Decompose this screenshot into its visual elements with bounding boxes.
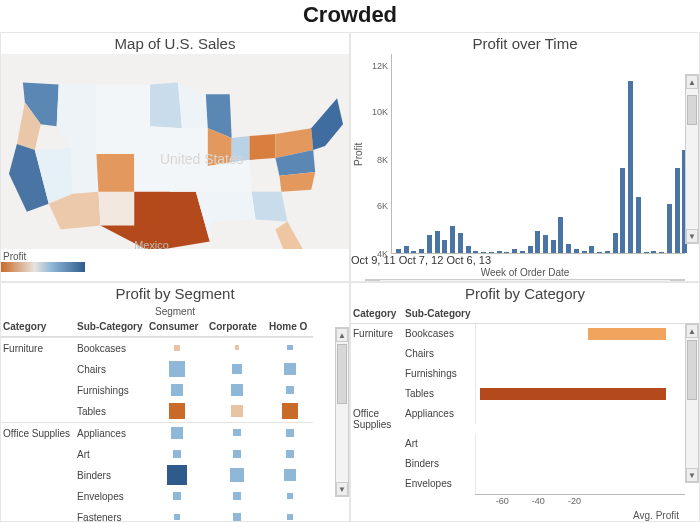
segment-cell[interactable]	[207, 359, 267, 379]
scroll-track[interactable]	[336, 342, 348, 482]
time-bar[interactable]	[589, 246, 594, 253]
time-bar[interactable]	[489, 252, 494, 253]
time-bar[interactable]	[597, 252, 602, 253]
time-bar[interactable]	[404, 246, 409, 253]
category-plot-cell[interactable]	[475, 384, 685, 404]
time-bar[interactable]	[659, 252, 664, 253]
time-bar[interactable]	[628, 81, 633, 253]
category-subcategory-label[interactable]: Tables	[403, 384, 475, 404]
segment-cell[interactable]	[267, 337, 313, 357]
segment-cell[interactable]	[147, 422, 207, 442]
segment-subcategory-label[interactable]: Chairs	[75, 359, 147, 380]
segment-cell[interactable]	[267, 444, 313, 464]
scroll-up-icon[interactable]: ▲	[686, 324, 698, 338]
state-nd-sd[interactable]	[96, 84, 150, 126]
time-bar[interactable]	[613, 233, 618, 253]
time-bar[interactable]	[427, 235, 432, 253]
category-subcategory-label[interactable]: Chairs	[403, 344, 475, 364]
scroll-down-icon[interactable]: ▼	[336, 482, 348, 496]
time-bar[interactable]	[574, 249, 579, 253]
category-plot-cell[interactable]	[475, 434, 685, 454]
category-bar[interactable]	[480, 388, 666, 400]
category-bar[interactable]	[588, 328, 666, 340]
segment-subcategory-label[interactable]: Envelopes	[75, 486, 147, 507]
state-nm[interactable]	[98, 192, 134, 226]
time-bar[interactable]	[667, 204, 672, 253]
segment-cell[interactable]	[267, 486, 313, 506]
segment-cell[interactable]	[147, 465, 207, 485]
segment-cell[interactable]	[267, 380, 313, 400]
time-bar[interactable]	[528, 246, 533, 253]
category-plot-cell[interactable]	[475, 454, 685, 474]
scroll-thumb[interactable]	[687, 340, 697, 400]
state-mn[interactable]	[150, 82, 182, 128]
state-mt[interactable]	[57, 84, 97, 126]
time-bar[interactable]	[543, 235, 548, 253]
segment-cell[interactable]	[147, 507, 207, 522]
state-co[interactable]	[96, 154, 134, 192]
time-bar[interactable]	[481, 252, 486, 253]
segment-cell[interactable]	[207, 422, 267, 442]
segment-cell[interactable]	[147, 337, 207, 357]
scroll-thumb[interactable]	[337, 344, 347, 404]
segment-cell[interactable]	[207, 337, 267, 357]
scroll-track[interactable]	[686, 89, 698, 229]
segment-cell[interactable]	[147, 380, 207, 400]
scroll-down-icon[interactable]: ▼	[686, 468, 698, 482]
map-canvas[interactable]: United States Mexico	[1, 54, 349, 249]
category-subcategory-label[interactable]: Furnishings	[403, 364, 475, 384]
category-subcategory-label[interactable]: Bookcases	[403, 324, 475, 344]
category-grid[interactable]: CategorySub-CategoryFurnitureBookcasesCh…	[351, 304, 699, 510]
time-bar[interactable]	[566, 244, 571, 253]
time-bar[interactable]	[675, 168, 680, 253]
time-bar[interactable]	[535, 231, 540, 253]
segment-cell[interactable]	[207, 507, 267, 522]
time-bar[interactable]	[651, 251, 656, 253]
segment-cell[interactable]	[147, 359, 207, 379]
segment-cell[interactable]	[207, 380, 267, 400]
segment-cell[interactable]	[207, 486, 267, 506]
scroll-up-icon[interactable]: ▲	[336, 328, 348, 342]
state-ne[interactable]	[96, 126, 150, 154]
time-bar[interactable]	[466, 246, 471, 253]
time-bar[interactable]	[450, 226, 455, 253]
time-bar[interactable]	[473, 251, 478, 253]
segment-cell[interactable]	[267, 422, 313, 442]
scroll-down-icon[interactable]: ▼	[686, 229, 698, 243]
category-vscrollbar[interactable]: ▲ ▼	[685, 323, 699, 483]
segment-vscrollbar[interactable]: ▲ ▼	[335, 327, 349, 497]
segment-subcategory-label[interactable]: Appliances	[75, 422, 147, 444]
category-subcategory-label[interactable]: Binders	[403, 454, 475, 474]
category-plot-cell[interactable]	[475, 364, 685, 384]
time-bar[interactable]	[435, 231, 440, 253]
segment-cell[interactable]	[267, 507, 313, 522]
segment-grid[interactable]: CategorySub-CategoryConsumerCorporateHom…	[1, 317, 349, 522]
time-bar[interactable]	[520, 251, 525, 253]
segment-subcategory-label[interactable]: Binders	[75, 465, 147, 486]
category-subcategory-label[interactable]: Art	[403, 434, 475, 454]
time-bar[interactable]	[497, 251, 502, 253]
time-vscrollbar[interactable]: ▲ ▼	[685, 74, 699, 244]
time-chart[interactable]: Profit 12K 10K 8K 6K 4K ▲ ▼	[351, 54, 699, 254]
scroll-thumb[interactable]	[687, 95, 697, 125]
segment-cell[interactable]	[267, 465, 313, 485]
time-bar[interactable]	[504, 252, 509, 253]
time-bar[interactable]	[411, 251, 416, 253]
time-bar[interactable]	[396, 249, 401, 253]
category-plot-cell[interactable]	[475, 474, 685, 494]
time-bar[interactable]	[458, 233, 463, 253]
category-subcategory-label[interactable]: Envelopes	[403, 474, 475, 494]
segment-subcategory-label[interactable]: Furnishings	[75, 380, 147, 401]
category-plot-cell[interactable]	[475, 404, 685, 424]
segment-cell[interactable]	[267, 359, 313, 379]
time-bar[interactable]	[558, 217, 563, 253]
time-bar[interactable]	[419, 249, 424, 253]
state-oh[interactable]	[250, 134, 276, 160]
time-bar[interactable]	[582, 251, 587, 253]
segment-cell[interactable]	[207, 465, 267, 485]
scroll-track[interactable]	[686, 338, 698, 468]
segment-cell[interactable]	[147, 401, 207, 421]
time-bar[interactable]	[636, 197, 641, 253]
time-plot[interactable]	[392, 54, 685, 254]
segment-subcategory-label[interactable]: Bookcases	[75, 337, 147, 359]
